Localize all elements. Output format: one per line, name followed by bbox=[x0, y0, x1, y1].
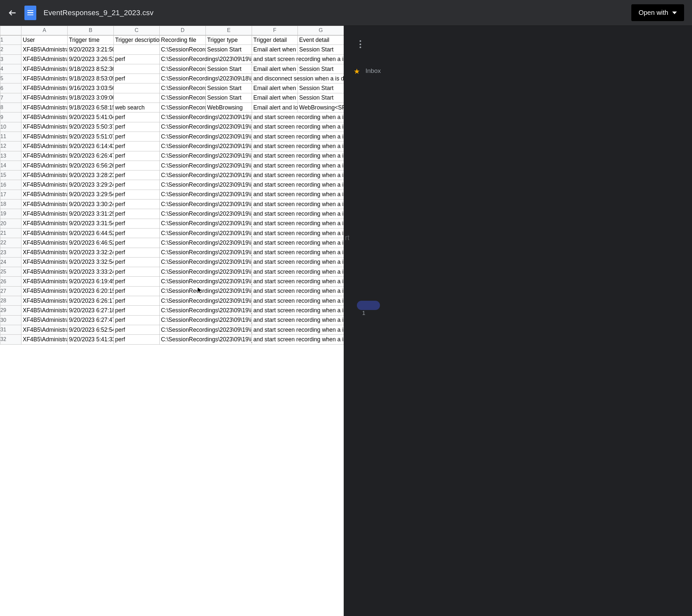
cell[interactable]: and start screen recording when a is det… bbox=[252, 219, 298, 228]
cell[interactable]: C:\SessionRecordings\2023\09\19\i_98cdc bbox=[160, 112, 206, 122]
cell[interactable]: perf bbox=[114, 228, 160, 238]
row-number[interactable]: 4 bbox=[0, 64, 21, 73]
cell[interactable]: XF4B5\Administrator bbox=[21, 180, 68, 190]
cell[interactable]: 9/20/2023 6:26:17 A bbox=[68, 296, 114, 306]
cell[interactable]: XF4B5\Administrator bbox=[21, 74, 68, 83]
row-number[interactable]: 7 bbox=[0, 93, 21, 103]
cell[interactable]: 9/20/2023 6:14:43 A bbox=[68, 141, 114, 151]
cell[interactable]: perf bbox=[114, 296, 160, 306]
cell[interactable]: C:\SessionRecordings\2023\09\19\i_98cdc bbox=[160, 277, 206, 286]
header-cell[interactable]: Trigger type bbox=[206, 35, 252, 45]
cell[interactable]: Email alert and lock bbox=[252, 103, 298, 112]
cell[interactable]: Session Start bbox=[206, 45, 252, 54]
row-number[interactable]: 13 bbox=[0, 151, 21, 160]
header-cell[interactable]: Trigger description bbox=[114, 35, 160, 45]
row-number[interactable]: 31 bbox=[0, 325, 21, 334]
cell[interactable]: 9/20/2023 3:28:23 A bbox=[68, 171, 114, 180]
cell[interactable]: XF4B5\Administrator bbox=[21, 93, 68, 103]
row-number[interactable]: 20 bbox=[0, 219, 21, 228]
cell[interactable]: 9/20/2023 3:32:24 A bbox=[68, 248, 114, 257]
cell[interactable]: C:\SessionRecordings\2023\09\19\i_98cdc bbox=[160, 335, 206, 344]
cell[interactable]: perf bbox=[114, 132, 160, 141]
cell[interactable]: C:\SessionRecording bbox=[160, 64, 206, 73]
cell[interactable] bbox=[114, 93, 160, 103]
cell[interactable]: perf bbox=[114, 141, 160, 151]
cell[interactable]: 9/20/2023 3:31:54 A bbox=[68, 219, 114, 228]
cell[interactable]: XF4B5\Administrator bbox=[21, 209, 68, 219]
cell[interactable]: Session Start bbox=[298, 93, 344, 103]
cell[interactable]: XF4B5\Administrator bbox=[21, 122, 68, 132]
cell[interactable]: Session Start bbox=[206, 64, 252, 73]
row-number[interactable]: 11 bbox=[0, 132, 21, 141]
cell[interactable]: 9/18/2023 8:53:09 A bbox=[68, 74, 114, 83]
column-header-E[interactable]: E bbox=[206, 26, 252, 35]
back-arrow-icon[interactable] bbox=[8, 8, 17, 18]
cell[interactable]: and start screen recording when a is det… bbox=[252, 122, 298, 132]
cell[interactable]: C:\SessionRecordings\2023\09\19\i_98cdc bbox=[160, 257, 206, 267]
cell[interactable]: XF4B5\Administrator bbox=[21, 199, 68, 209]
cell[interactable]: perf bbox=[114, 209, 160, 219]
cell[interactable]: XF4B5\Administrator bbox=[21, 228, 68, 238]
cell[interactable] bbox=[114, 83, 160, 93]
kebab-menu-icon[interactable] bbox=[356, 40, 364, 48]
cell[interactable]: C:\SessionRecordings\2023\09\19\i_98cdc bbox=[160, 306, 206, 315]
cell[interactable]: perf bbox=[114, 151, 160, 160]
row-number[interactable]: 14 bbox=[0, 160, 21, 170]
cell[interactable]: 9/20/2023 5:51:07 A bbox=[68, 132, 114, 141]
cell[interactable]: and start screen recording when a is det… bbox=[252, 54, 298, 64]
cell[interactable]: C:\SessionRecordings\2023\09\19\i_98cdc bbox=[160, 132, 206, 141]
cell[interactable]: and start screen recording when a is det… bbox=[252, 151, 298, 160]
cell[interactable]: C:\SessionRecording bbox=[160, 83, 206, 93]
cell[interactable]: 9/20/2023 6:27:47 A bbox=[68, 315, 114, 325]
cell[interactable]: 9/20/2023 5:41:33 A bbox=[68, 335, 114, 344]
cell[interactable]: XF4B5\Administrator bbox=[21, 103, 68, 112]
cell[interactable]: perf bbox=[114, 199, 160, 209]
cell[interactable]: C:\SessionRecordings\2023\09\19\i_98cdc bbox=[160, 180, 206, 190]
cell[interactable]: 9/20/2023 6:44:52 A bbox=[68, 228, 114, 238]
cell[interactable]: WebBrowsing<SPLT bbox=[298, 103, 344, 112]
cell[interactable]: Email alert when a s bbox=[252, 93, 298, 103]
cell[interactable]: XF4B5\Administrator bbox=[21, 83, 68, 93]
cell[interactable]: perf bbox=[114, 286, 160, 296]
cell[interactable]: 9/20/2023 6:27:18 A bbox=[68, 306, 114, 315]
cell[interactable]: 9/20/2023 6:19:45 A bbox=[68, 277, 114, 286]
cell[interactable]: C:\SessionRecordings\2023\09\19\i_98cdc bbox=[160, 209, 206, 219]
cell[interactable]: perf bbox=[114, 277, 160, 286]
column-header-C[interactable]: C bbox=[114, 26, 160, 35]
cell[interactable]: C:\SessionRecordings\2023\09\18\i_3c713 bbox=[160, 74, 206, 83]
cell[interactable]: XF4B5\Administrator bbox=[21, 219, 68, 228]
cell[interactable]: XF4B5\Administrator bbox=[21, 267, 68, 277]
cell[interactable]: perf bbox=[114, 74, 160, 83]
cell[interactable]: and start screen recording when a is det… bbox=[252, 112, 298, 122]
cell[interactable]: and start screen recording when a is det… bbox=[252, 335, 298, 344]
cell[interactable]: perf bbox=[114, 315, 160, 325]
row-number[interactable]: 28 bbox=[0, 296, 21, 306]
cell[interactable]: perf bbox=[114, 267, 160, 277]
row-number[interactable]: 19 bbox=[0, 209, 21, 219]
cell[interactable]: XF4B5\Administrator bbox=[21, 54, 68, 64]
cell[interactable]: perf bbox=[114, 54, 160, 64]
column-header-A[interactable]: A bbox=[21, 26, 68, 35]
cell[interactable]: 9/20/2023 3:30:24 A bbox=[68, 199, 114, 209]
cell[interactable]: perf bbox=[114, 306, 160, 315]
column-header-G[interactable]: G bbox=[298, 26, 344, 35]
header-cell[interactable]: Trigger time bbox=[68, 35, 114, 45]
cell[interactable]: XF4B5\Administrator bbox=[21, 112, 68, 122]
cell[interactable]: XF4B5\Administrator bbox=[21, 277, 68, 286]
cell[interactable]: C:\SessionRecordings\2023\09\19\i_98cdc bbox=[160, 267, 206, 277]
cell[interactable]: XF4B5\Administrator bbox=[21, 248, 68, 257]
cell[interactable]: 9/18/2023 6:58:15 A bbox=[68, 103, 114, 112]
cell[interactable]: and start screen recording when a is det… bbox=[252, 132, 298, 141]
cell[interactable]: XF4B5\Administrator bbox=[21, 257, 68, 267]
cell[interactable]: 9/20/2023 6:46:52 A bbox=[68, 238, 114, 248]
row-number[interactable]: 1 bbox=[0, 35, 21, 45]
cell[interactable]: perf bbox=[114, 112, 160, 122]
cell[interactable]: perf bbox=[114, 180, 160, 190]
cell[interactable]: perf bbox=[114, 257, 160, 267]
cell[interactable]: C:\SessionRecordings\2023\09\19\i_98cdc bbox=[160, 296, 206, 306]
row-number[interactable]: 21 bbox=[0, 228, 21, 238]
row-number[interactable]: 6 bbox=[0, 83, 21, 93]
row-number[interactable]: 22 bbox=[0, 238, 21, 248]
cell[interactable]: and start screen recording when a is det… bbox=[252, 306, 298, 315]
row-number[interactable]: 10 bbox=[0, 122, 21, 132]
